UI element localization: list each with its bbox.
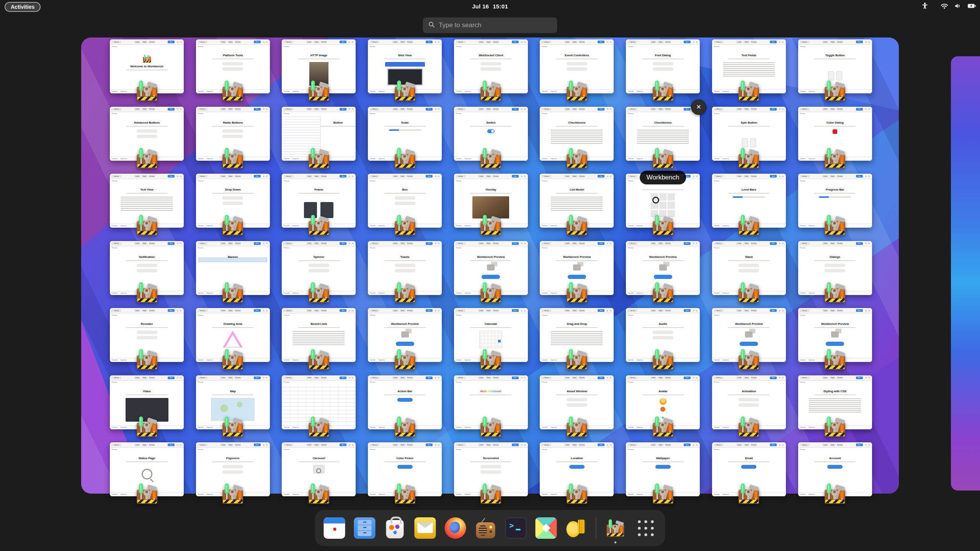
search-input[interactable]: Type to search	[423, 17, 557, 33]
window-thumbnail[interactable]: Library Code Style Preview Run Preview O…	[454, 174, 528, 228]
window-thumbnail[interactable]: Library Code Style Preview Run Preview D…	[196, 308, 270, 362]
window-thumbnail[interactable]: Library Code Style Preview Run Preview C…	[282, 375, 356, 429]
window-thumbnail[interactable]: Library Code Style Preview Run Preview C…	[454, 308, 528, 362]
window-title-tooltip: Workbench	[640, 171, 686, 184]
window-thumbnail[interactable]: Library Code Style Preview Run Preview C…	[798, 107, 872, 161]
window-thumbnail[interactable]: Library Code Style Preview Run Preview A…	[368, 375, 442, 429]
inspector-button: Inspector	[379, 158, 385, 160]
window-thumbnail[interactable]: Library Code Style Preview Run Preview R…	[196, 107, 270, 161]
volume-icon[interactable]	[954, 3, 961, 11]
run-button: Run	[684, 309, 691, 312]
clock[interactable]: Jul 16 15:01	[472, 0, 508, 13]
window-thumbnail[interactable]: Library Code Style Preview Run Preview P…	[196, 39, 270, 93]
next-workspace-preview[interactable]	[951, 56, 980, 491]
preview-dropdown: Preview	[110, 179, 184, 183]
window-thumbnail[interactable]: Library Code Style Preview Run Preview T…	[368, 241, 442, 295]
window-thumbnail[interactable]: Library Code Style Preview Run Preview S…	[110, 442, 184, 496]
window-thumbnail[interactable]: Library Code Style Preview Run Preview S…	[712, 241, 786, 295]
window-thumbnail[interactable]: Library Code Style Preview Run Preview S…	[282, 241, 356, 295]
window-thumbnail[interactable]: Library Code Style Preview Run Preview W…	[626, 442, 700, 496]
window-thumbnail[interactable]: Library Code Style Preview Run Preview E…	[712, 442, 786, 496]
system-status-area[interactable]	[921, 0, 976, 13]
window-thumbnail[interactable]: Library Code Style Preview Run Preview F…	[282, 174, 356, 228]
window-thumbnail[interactable]: Library Code Style Preview Run Preview D…	[196, 174, 270, 228]
window-thumbnail[interactable]: Library Code Style Preview Run Preview M…	[196, 375, 270, 429]
console-button: Console	[112, 427, 118, 428]
window-thumbnail[interactable]: Library Code Style Preview Run Preview A…	[712, 375, 786, 429]
window-thumbnail[interactable]: Library Code Style Preview Run Preview H…	[454, 375, 528, 429]
window-controls	[865, 108, 871, 110]
dock-radio-icon[interactable]	[475, 517, 497, 539]
dock-show-apps-icon[interactable]	[635, 517, 657, 539]
window-thumbnail[interactable]: Library Code Style Preview Run Preview F…	[626, 39, 700, 93]
wifi-icon[interactable]	[941, 3, 948, 11]
preview-tab: Preview	[149, 242, 155, 245]
dock-console-icon[interactable]	[505, 517, 527, 539]
activities-button[interactable]: Activities	[5, 2, 41, 12]
window-thumbnail[interactable]: Library Code Style Preview Run Preview A…	[110, 107, 184, 161]
window-thumbnail[interactable]: Library Code Style Preview Run Preview C…	[540, 107, 614, 161]
window-thumbnail[interactable]: Library Code Style Preview Run Preview C…	[368, 442, 442, 496]
window-thumbnail[interactable]: Library Code Style Preview Run Preview B…	[368, 174, 442, 228]
window-thumbnail[interactable]: Library Code Style Preview Run Preview W…	[454, 39, 528, 93]
dock-files-icon[interactable]	[354, 517, 376, 539]
dock-calendar-icon[interactable]	[323, 517, 346, 539]
window-thumbnail[interactable]: Library Code Style Preview Run Preview D…	[540, 308, 614, 362]
window-thumbnail[interactable]: Library Code Style Preview Run Preview N…	[110, 241, 184, 295]
window-thumbnail[interactable]: Library Code Style Preview Run Preview H…	[282, 39, 356, 93]
dock-firefox-icon[interactable]	[444, 517, 467, 539]
window-thumbnail[interactable]: Library Code Style Preview Run Preview D…	[798, 241, 872, 295]
window-thumbnail[interactable]: Library Code Style Preview Run Preview E…	[540, 39, 614, 93]
window-thumbnail[interactable]: Library Code Style Preview Run Preview B…	[282, 308, 356, 362]
window-thumbnail[interactable]: Library Code Style Preview Run Preview W…	[626, 241, 700, 295]
window-thumbnail[interactable]: Library Code Style Preview Run Preview S…	[368, 107, 442, 161]
window-thumbnail[interactable]: Library Code Style Preview Run Preview W…	[454, 241, 528, 295]
window-thumbnail[interactable]: Library Code Style Preview Run Preview W…	[712, 308, 786, 362]
dock-tuba-icon[interactable]	[565, 517, 588, 539]
style-tab: Style	[227, 377, 234, 379]
close-window-button[interactable]: ✕	[691, 99, 706, 115]
window-thumbnail[interactable]: Library Code Style Preview Run Preview V…	[110, 375, 184, 429]
battery-charging-icon[interactable]	[967, 3, 976, 10]
dock-software-icon[interactable]	[384, 517, 406, 539]
code-tab: Code	[736, 377, 742, 379]
accessibility-icon[interactable]	[921, 2, 928, 11]
preview-tab: Preview	[407, 175, 413, 178]
window-thumbnail[interactable]: Library Code Style Preview Run Preview S…	[454, 107, 528, 161]
window-thumbnail[interactable]: Library Code Style Preview Run Preview S…	[798, 375, 872, 429]
window-thumbnail[interactable]: Library Code Style Preview Run Preview A…	[626, 375, 700, 429]
window-thumbnail[interactable]: Library Code Style Preview Run Preview S…	[454, 442, 528, 496]
window-thumbnail[interactable]: Library Code Style Preview Run Preview W…	[798, 308, 872, 362]
window-controls	[779, 175, 784, 178]
window-thumbnail[interactable]: Library Code Style Preview Run Preview P…	[798, 174, 872, 228]
window-thumbnail[interactable]: Library Code Style Preview Run Preview B…	[196, 241, 270, 295]
window-thumbnail[interactable]: Library Code Style Preview Run Preview S…	[712, 107, 786, 161]
demo-title: Email	[745, 456, 753, 460]
window-thumbnail[interactable]: Library Code Style Preview Run Preview L…	[540, 174, 614, 228]
window-thumbnail[interactable]: Library Code Style Preview Run Preview A…	[540, 375, 614, 429]
window-controls	[865, 377, 871, 379]
window-thumbnail[interactable]: Library Code Style Preview Run Preview P…	[196, 442, 270, 496]
window-thumbnail[interactable]: Library Code Style Preview Run Preview L…	[712, 174, 786, 228]
window-thumbnail[interactable]: Library Code Style Preview Run Preview T…	[798, 39, 872, 93]
window-thumbnail[interactable]: Library Code Style Preview Run Preview L…	[540, 442, 614, 496]
window-thumbnail[interactable]: Library Code Style Preview Run Preview T…	[712, 39, 786, 93]
code-tab: Code	[478, 443, 484, 446]
window-thumbnail[interactable]: Library Code Style Preview Run Preview T…	[110, 174, 184, 228]
window-thumbnail[interactable]: Library Code Style Preview Run Preview C…	[282, 442, 356, 496]
console-button: Console	[456, 158, 462, 160]
window-thumbnail[interactable]: Library Code Style Preview Run Preview R…	[110, 308, 184, 362]
dock-tangram-icon[interactable]	[535, 517, 557, 539]
window-thumbnail[interactable]: Library Code Style Preview Run Preview W…	[368, 39, 442, 93]
dock-workbench-icon[interactable]	[604, 517, 627, 539]
window-thumbnail[interactable]: Library Code Style Preview Run Preview W…	[368, 308, 442, 362]
window-thumbnail[interactable]: Library Code Style Preview Run Preview W…	[540, 241, 614, 295]
window-thumbnail[interactable]: Library Code Style Preview Run Preview A…	[626, 308, 700, 362]
window-thumbnail[interactable]: Library Code Style Preview Run Preview C…	[626, 107, 700, 161]
window-thumbnail[interactable]: Library Code Style Preview Run Preview A…	[798, 442, 872, 496]
dock-mail-icon[interactable]	[414, 517, 436, 539]
window-thumbnail[interactable]: Library Code Style Preview Run Preview B…	[282, 107, 356, 161]
library-button: Library	[714, 309, 724, 312]
window-thumbnail[interactable]: Library Code Style Preview Run Preview C…	[626, 174, 700, 228]
window-thumbnail[interactable]: Library Code Style Preview Run Preview W…	[110, 39, 184, 93]
